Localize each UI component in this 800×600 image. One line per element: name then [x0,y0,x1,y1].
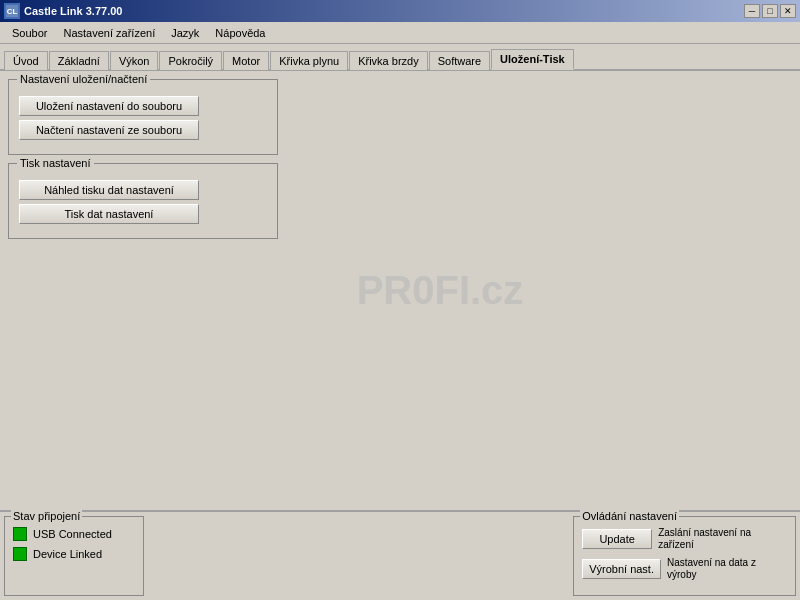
restore-button[interactable]: □ [762,4,778,18]
connection-status-panel: Stav připojení USB Connected Device Link… [4,516,144,596]
connection-legend: Stav připojení [11,510,82,522]
usb-label: USB Connected [33,528,112,540]
save-load-legend: Nastavení uložení/načtení [17,73,150,85]
device-label: Device Linked [33,548,102,560]
window-title: Castle Link 3.77.00 [24,5,122,17]
watermark: PR0FI.cz [357,268,524,313]
tab-ulozeni-tisk[interactable]: Uložení-Tisk [491,49,574,70]
title-bar-left: CL Castle Link 3.77.00 [4,3,122,19]
minimize-button[interactable]: ─ [744,4,760,18]
app-icon: CL [4,3,20,19]
device-led [13,547,27,561]
tab-krivka-brzdy[interactable]: Křivka brzdy [349,51,428,70]
tab-software[interactable]: Software [429,51,490,70]
menu-jazyk[interactable]: Jazyk [163,25,207,41]
close-button[interactable]: ✕ [780,4,796,18]
status-bar: Stav připojení USB Connected Device Link… [0,510,800,600]
factory-row: Výrobní nast. Nastavení na data z výroby [582,557,787,581]
menu-soubor[interactable]: Soubor [4,25,55,41]
main-content: Nastavení uložení/načtení Uložení nastav… [0,71,800,509]
device-linked-item: Device Linked [13,547,135,561]
control-panel: Ovládání nastavení Update Zaslání nastav… [573,516,796,596]
svg-text:CL: CL [7,7,18,16]
save-to-file-button[interactable]: Uložení nastavení do souboru [19,96,199,116]
tab-bar: Úvod Základní Výkon Pokročilý Motor Křiv… [0,44,800,71]
factory-label: Nastavení na data z výroby [667,557,787,581]
tab-motor[interactable]: Motor [223,51,269,70]
update-button[interactable]: Update [582,529,652,549]
load-from-file-button[interactable]: Načtení nastavení ze souboru [19,120,199,140]
control-legend: Ovládání nastavení [580,510,679,522]
menu-napoveda[interactable]: Nápověda [207,25,273,41]
tab-krivka-plynu[interactable]: Křivka plynu [270,51,348,70]
tab-zakladni[interactable]: Základní [49,51,109,70]
factory-button[interactable]: Výrobní nast. [582,559,661,579]
update-row: Update Zaslání nastavení na zařízení [582,527,787,551]
print-group: Tisk nastavení Náhled tisku dat nastaven… [8,163,278,239]
tab-pokrocily[interactable]: Pokročilý [159,51,222,70]
usb-connected-item: USB Connected [13,527,135,541]
tab-vykon[interactable]: Výkon [110,51,159,70]
window-controls: ─ □ ✕ [744,4,796,18]
save-load-group: Nastavení uložení/načtení Uložení nastav… [8,79,278,155]
menu-nastaveni[interactable]: Nastavení zařízení [55,25,163,41]
title-bar: CL Castle Link 3.77.00 ─ □ ✕ [0,0,800,22]
print-button[interactable]: Tisk dat nastavení [19,204,199,224]
tab-uvod[interactable]: Úvod [4,51,48,70]
print-legend: Tisk nastavení [17,157,94,169]
usb-led [13,527,27,541]
menu-bar: Soubor Nastavení zařízení Jazyk Nápověda [0,22,800,44]
print-preview-button[interactable]: Náhled tisku dat nastavení [19,180,199,200]
update-label: Zaslání nastavení na zařízení [658,527,778,551]
